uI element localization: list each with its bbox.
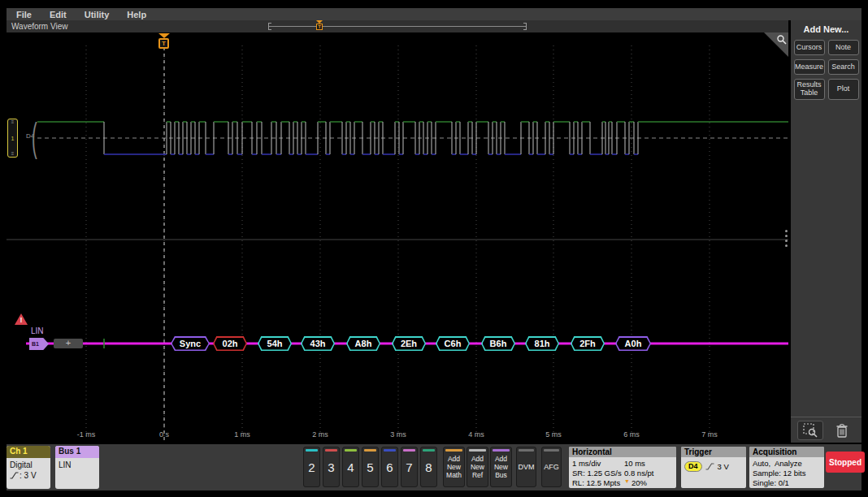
add-new-ref-button[interactable]: Add New Ref — [467, 447, 488, 487]
channel-number: 5 — [367, 460, 373, 474]
bus-packet-value: A8h — [355, 339, 372, 348]
button-color-stripe — [493, 449, 510, 452]
horizontal-panel[interactable]: Horizontal 1 ms/div 10 ms SR: 1.25 GS/s … — [569, 447, 676, 488]
menu-bar: FileEditUtilityHelp — [7, 8, 861, 20]
sidebar-button-plot[interactable]: Plot — [828, 79, 859, 100]
tool-buttons: DVMAFG — [516, 447, 562, 487]
axis-label-6-ms: 6 ms — [615, 430, 648, 439]
trigger-panel[interactable]: Trigger D4 3 V — [681, 447, 746, 488]
waveform-view-title: Waveform View — [11, 22, 67, 31]
bus-name-label: LIN — [31, 326, 44, 335]
menu-file[interactable]: File — [16, 10, 32, 19]
zoom-overview-bar[interactable] — [268, 26, 527, 27]
bus-packet-a0h: A0h — [615, 336, 651, 351]
bus-packet-a8h: A8h — [346, 336, 380, 351]
menu-utility[interactable]: Utility — [85, 10, 110, 19]
acquisition-panel[interactable]: Acquisition Auto, Analyze Sample: 12 bit… — [749, 447, 824, 488]
button-color-stripe — [519, 449, 534, 452]
bus-packet-value: 43h — [310, 339, 326, 348]
box-zoom-button[interactable] — [797, 421, 823, 440]
trigger-source-badge: D4 — [684, 461, 702, 472]
axis-label-4-ms: 4 ms — [460, 430, 493, 439]
add-new-bus-button[interactable]: Add New Bus — [490, 447, 512, 487]
trigger-level: 3 V — [718, 462, 729, 472]
bus-packet-value: B6h — [490, 339, 507, 348]
sidebar-button-grid: CursorsNoteMeasureSearchResults TablePlo… — [791, 40, 861, 100]
acquisition-mode: Auto, Analyze — [753, 459, 821, 469]
channel-6-button[interactable]: 6 — [381, 447, 398, 487]
sidebar-button-note[interactable]: Note — [828, 40, 859, 55]
bus-packet-c6h: C6h — [436, 336, 470, 351]
bus-add-button[interactable]: + — [54, 339, 83, 348]
bus-packet-value: 02h — [223, 339, 238, 348]
channel-3-button[interactable]: 3 — [323, 447, 340, 487]
bus-packet-02h: 02h — [213, 336, 247, 351]
axis-label-1-ms: 1 ms — [226, 430, 258, 439]
digital-channel-handle[interactable]: ≡ 1 ≡ — [7, 119, 18, 158]
channel-2-button[interactable]: 2 — [303, 447, 320, 487]
channel-1-mode: Digital — [10, 460, 50, 470]
grip-icon: ≡ — [11, 120, 15, 124]
settings-bar: Ch 1 Digital : 3 V Bus 1 LIN 2345678 Add… — [7, 444, 861, 491]
dvm-button[interactable]: DVM — [516, 447, 536, 487]
waveform-view-tab-bar: Waveform View T — [7, 20, 788, 32]
channel-number: 4 — [347, 460, 354, 474]
add-new-sidebar: Add New... CursorsNoteMeasureSearchResul… — [791, 20, 861, 443]
afg-button[interactable]: AFG — [541, 447, 562, 487]
channel-8-button[interactable]: 8 — [420, 447, 437, 487]
bus-packet-value: A0h — [625, 339, 642, 348]
menu-edit[interactable]: Edit — [50, 10, 67, 19]
digital-group-bracket: ( — [32, 117, 37, 158]
sidebar-button-measure[interactable]: Measure — [794, 59, 825, 75]
panel-divider-grip[interactable] — [785, 230, 788, 247]
horizontal-scale: 1 ms/div — [572, 459, 624, 469]
zoom-overview-right-bracket[interactable] — [523, 23, 527, 30]
zoom-overview-left-bracket[interactable] — [268, 23, 271, 30]
button-label: Add New Ref — [471, 455, 484, 479]
bus-packet-value: 2Fh — [579, 339, 596, 348]
grip-icon: ≡ — [11, 152, 15, 156]
acquisition-single: Single: 0/1 — [753, 478, 821, 488]
channel-5-button[interactable]: 5 — [362, 447, 379, 487]
bus-1-badge[interactable]: Bus 1 LIN — [55, 446, 99, 489]
bus-1-type: LIN — [59, 460, 99, 470]
trigger-position-flag[interactable]: T — [158, 33, 170, 49]
channel-7-button[interactable]: 7 — [401, 447, 418, 487]
waveform-svg — [7, 32, 788, 443]
run-stop-button[interactable]: Stopped — [826, 452, 865, 473]
channel-1-badge[interactable]: Ch 1 Digital : 3 V — [7, 446, 50, 489]
add-new-buttons: Add New MathAdd New RefAdd New Bus — [443, 447, 512, 487]
sidebar-button-search[interactable]: Search — [828, 59, 859, 75]
sidebar-button-results-table[interactable]: Results Table — [794, 79, 825, 100]
channel-4-button[interactable]: 4 — [342, 447, 359, 487]
button-color-stripe — [445, 449, 462, 452]
horizontal-window: 10 ms — [624, 459, 645, 469]
trigger-title: Trigger — [681, 447, 746, 457]
bus-packet-b6h: B6h — [481, 336, 515, 351]
channel-number: 6 — [386, 460, 393, 474]
sidebar-button-cursors[interactable]: Cursors — [794, 40, 825, 55]
button-label: Add New Bus — [494, 455, 508, 479]
record-length: RL: 12.5 Mpts — [572, 478, 624, 488]
channel-number: 3 — [328, 460, 334, 474]
axis-label-0-s: 0 s — [148, 430, 180, 439]
channel-color-stripe — [325, 449, 337, 452]
menu-help[interactable]: Help — [127, 10, 146, 19]
rising-edge-icon — [705, 463, 714, 470]
bus-warning-icon: ! — [15, 313, 29, 326]
channel-1-title: Ch 1 — [7, 446, 50, 458]
channel-buttons: 2345678 — [303, 447, 437, 487]
button-color-stripe — [544, 449, 559, 452]
box-zoom-icon — [802, 422, 818, 439]
trash-button[interactable] — [829, 421, 855, 440]
axis-label-7-ms: 7 ms — [693, 430, 726, 439]
button-label: Add New Math — [446, 455, 462, 479]
graticule[interactable]: T ≡ 1 ≡ D4 ( ! LIN B1 + -1 ms0 s1 ms2 ms… — [7, 32, 788, 443]
bus-packet-54h: 54h — [258, 336, 292, 351]
button-label: DVM — [519, 463, 535, 471]
acquisition-title: Acquisition — [749, 447, 824, 457]
overview-trigger-marker[interactable]: T — [315, 20, 323, 30]
channel-color-stripe — [364, 449, 376, 452]
add-new-math-button[interactable]: Add New Math — [443, 447, 465, 487]
bus-packet-value: 81h — [535, 339, 550, 348]
